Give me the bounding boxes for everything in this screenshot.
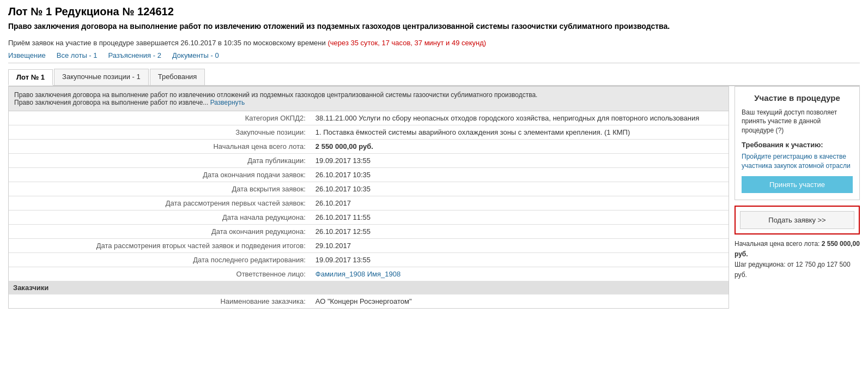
tab-purchase-positions[interactable]: Закупочные позиции - 1 xyxy=(54,69,149,85)
field-label-responsible: Ответственное лицо: xyxy=(9,267,311,281)
responsible-link[interactable]: Фамилия_1908 Имя_1908 xyxy=(315,270,400,278)
field-label-firstparts: Дата рассмотрения первых частей заявок: xyxy=(9,196,311,210)
table-row: Дата последнего редактирования: 19.09.20… xyxy=(9,252,729,267)
field-value-opendate: 26.10.2017 10:35 xyxy=(311,182,729,196)
table-row: Дата начала редукциона: 26.10.2017 11:55 xyxy=(9,210,729,224)
right-panel: Участие в процедуре Ваш текущий доступ п… xyxy=(735,86,860,309)
description-block: Право заключения договора на выполнение … xyxy=(9,87,729,111)
field-value-firstparts: 26.10.2017 xyxy=(311,196,729,210)
field-label-enddate: Дата окончания подачи заявок: xyxy=(9,167,311,182)
table-row: Дата рассмотрения вторых частей заявок и… xyxy=(9,238,729,252)
participate-button[interactable]: Принять участие xyxy=(742,176,853,193)
tab-lot1[interactable]: Лот № 1 xyxy=(8,69,53,86)
field-value-reductstart: 26.10.2017 11:55 xyxy=(311,210,729,224)
participation-title: Участие в процедуре xyxy=(742,93,853,103)
nav-documents[interactable]: Документы - 0 xyxy=(172,51,219,59)
price-info: Начальная цена всего лота: 2 550 000,00 … xyxy=(735,239,860,281)
customer-value: АО "Концерн Росэнергоатом" xyxy=(311,294,729,308)
field-label-secondparts: Дата рассмотрения вторых частей заявок и… xyxy=(9,238,311,252)
table-row: Дата окончания редукциона: 26.10.2017 12… xyxy=(9,224,729,238)
table-row: Наименование заказчика: АО "Концерн Росэ… xyxy=(9,294,729,308)
page-wrapper: Лот № 1 Редукциона № 124612 Право заключ… xyxy=(0,0,868,314)
field-label-reductstart: Дата начала редукциона: xyxy=(9,210,311,224)
requirements-link[interactable]: Пройдите регистрацию в качестве участник… xyxy=(742,152,853,171)
deadline-countdown: (через 35 суток, 17 часов, 37 минут и 49… xyxy=(327,39,486,47)
field-value-okpd2: 38.11.21.000 Услуги по сбору неопасных о… xyxy=(311,111,729,125)
table-row: Дата вскрытия заявок: 26.10.2017 10:35 xyxy=(9,182,729,196)
table-row: Категория ОКПД2: 38.11.21.000 Услуги по … xyxy=(9,111,729,125)
deadline-line: Приём заявок на участие в процедуре заве… xyxy=(8,39,860,47)
table-row: Ответственное лицо: Фамилия_1908 Имя_190… xyxy=(9,267,729,281)
nav-links: Извещение Все лоты - 1 Разъяснения - 2 Д… xyxy=(8,51,860,63)
page-subtitle: Право заключения договора на выполнение … xyxy=(8,21,860,32)
page-title: Лот № 1 Редукциона № 124612 xyxy=(8,5,860,18)
field-value-responsible: Фамилия_1908 Имя_1908 xyxy=(311,267,729,281)
field-value-pubdate: 19.09.2017 13:55 xyxy=(311,153,729,167)
field-label-opendate: Дата вскрытия заявок: xyxy=(9,182,311,196)
submit-button[interactable]: Подать заявку >> xyxy=(740,211,854,229)
main-content: Право заключения договора на выполнение … xyxy=(8,86,860,309)
customer-label: Наименование заказчика: xyxy=(9,294,311,308)
field-value-price: 2 550 000,00 руб. xyxy=(311,139,729,153)
price-label: Начальная цена всего лота: xyxy=(735,240,820,248)
expand-link[interactable]: Развернуть xyxy=(210,99,245,106)
tab-requirements[interactable]: Требования xyxy=(150,69,205,85)
field-label-reductend: Дата окончания редукциона: xyxy=(9,224,311,238)
step-label: Шаг редукциона: xyxy=(735,261,786,268)
table-row: Закупочные позиции: 1. Поставка ёмкостей… xyxy=(9,125,729,139)
participation-box: Участие в процедуре Ваш текущий доступ п… xyxy=(735,86,860,200)
field-label-pubdate: Дата публикации: xyxy=(9,153,311,167)
data-table: Категория ОКПД2: 38.11.21.000 Услуги по … xyxy=(9,111,729,281)
description-line1: Право заключения договора на выполнение … xyxy=(14,91,723,99)
field-value-reductend: 26.10.2017 12:55 xyxy=(311,224,729,238)
nav-explanations[interactable]: Разъяснения - 2 xyxy=(108,51,161,59)
requirements-label: Требования к участию: xyxy=(742,141,853,149)
tabs: Лот № 1 Закупочные позиции - 1 Требовани… xyxy=(8,69,860,86)
description-line2: Право заключения договора на выполнение … xyxy=(14,99,723,106)
nav-izveschenie[interactable]: Извещение xyxy=(8,51,46,59)
deadline-text: Приём заявок на участие в процедуре заве… xyxy=(8,39,326,47)
table-row: Дата окончания подачи заявок: 26.10.2017… xyxy=(9,167,729,182)
field-value-positions: 1. Поставка ёмкостей системы аварийного … xyxy=(311,125,729,139)
field-value-secondparts: 29.10.2017 xyxy=(311,238,729,252)
field-label-price: Начальная цена всего лота: xyxy=(9,139,311,153)
table-row: Начальная цена всего лота: 2 550 000,00 … xyxy=(9,139,729,153)
section-header-customers: Заказчики xyxy=(9,281,729,294)
nav-all-lots[interactable]: Все лоты - 1 xyxy=(57,51,98,59)
table-row: Дата рассмотрения первых частей заявок: … xyxy=(9,196,729,210)
field-label-positions: Закупочные позиции: xyxy=(9,125,311,139)
field-label-okpd2: Категория ОКПД2: xyxy=(9,111,311,125)
field-label-lastedit: Дата последнего редактирования: xyxy=(9,252,311,267)
field-value-lastedit: 19.09.2017 13:55 xyxy=(311,252,729,267)
submit-box: Подать заявку >> xyxy=(735,206,860,234)
left-panel: Право заключения договора на выполнение … xyxy=(8,86,729,309)
participation-text: Ваш текущий доступ позволяет принять уча… xyxy=(742,108,853,135)
customer-table: Наименование заказчика: АО "Концерн Росэ… xyxy=(9,294,729,308)
table-row: Дата публикации: 19.09.2017 13:55 xyxy=(9,153,729,167)
field-value-enddate: 26.10.2017 10:35 xyxy=(311,167,729,182)
